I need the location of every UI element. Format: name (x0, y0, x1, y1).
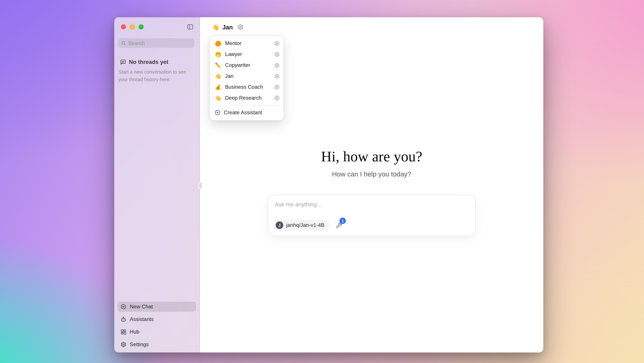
sidebar-item-label: Settings (130, 342, 149, 347)
search-input[interactable] (118, 38, 194, 48)
assistant-edit-button[interactable] (274, 41, 280, 46)
menu-item-deep-research[interactable]: 👋 Deep Research (212, 92, 282, 103)
menu-item-mentor[interactable]: 🟠 Mentor (212, 38, 282, 49)
assistant-edit-button[interactable] (274, 73, 280, 79)
jan-emoji-icon: 👋 (215, 73, 222, 79)
menu-item-label: Copywriter (225, 62, 250, 68)
sidebar-topbar (114, 17, 200, 37)
lawyer-emoji-icon: 🤭 (215, 51, 222, 58)
assistant-emoji: 👋 (212, 24, 220, 31)
assistant-edit-button[interactable] (274, 95, 280, 101)
menu-item-label: Deep Research (225, 95, 262, 101)
assistant-menu: 🟠 Mentor 🤭 Lawyer ✏️ Copywriter 👋 Jan (210, 35, 284, 121)
mentor-emoji-icon: 🟠 (215, 40, 222, 47)
model-selector[interactable]: J janhq/Jan-v1-4B (274, 220, 329, 231)
menu-item-label: Mentor (225, 40, 241, 46)
menu-item-jan[interactable]: 👋 Jan (212, 71, 282, 82)
empty-state-description: Start a new conversation to see your thr… (118, 69, 194, 84)
assistant-edit-button[interactable] (274, 52, 280, 57)
create-assistant-button[interactable]: Create Assistant (212, 107, 282, 118)
close-button[interactable] (121, 24, 126, 30)
gear-icon (274, 52, 280, 57)
search-field (118, 38, 194, 48)
tools-button[interactable]: 1 (336, 222, 342, 228)
gear-icon (274, 95, 280, 101)
composer-toolbar: J janhq/Jan-v1-4B 1 (274, 220, 342, 231)
panel-resize-handle[interactable] (197, 182, 202, 189)
sidebar-item-new-chat[interactable]: New Chat (118, 302, 196, 312)
plus-circle-icon (120, 304, 126, 310)
grip-dots-icon (198, 183, 202, 188)
welcome-title: Hi, how are you? (200, 148, 544, 166)
menu-item-lawyer[interactable]: 🤭 Lawyer (212, 49, 282, 60)
window-controls (121, 24, 144, 30)
hub-grid-icon (120, 329, 126, 335)
panel-left-icon (187, 24, 194, 30)
assistant-selector[interactable]: 👋 Jan (200, 17, 544, 37)
app-window: No threads yet Start a new conversation … (114, 17, 544, 352)
gear-icon (274, 73, 280, 79)
desktop-background: No threads yet Start a new conversation … (0, 0, 644, 363)
main-panel: 👋 Jan 🟠 Mentor 🤭 Lawyer (200, 17, 544, 352)
gear-icon (274, 62, 280, 68)
gear-icon (274, 41, 280, 46)
assistant-settings-button[interactable] (238, 24, 244, 31)
menu-item-label: Lawyer (225, 51, 242, 57)
chat-bubble-icon (120, 59, 126, 65)
assistant-name: Jan (222, 24, 233, 31)
model-name: janhq/Jan-v1-4B (286, 222, 324, 228)
plus-circle-icon (215, 110, 220, 116)
chat-input[interactable] (268, 195, 475, 208)
assistant-edit-button[interactable] (274, 62, 280, 68)
sidebar-item-assistants[interactable]: Assistants (118, 314, 196, 324)
minimize-button[interactable] (130, 24, 135, 30)
gear-icon (274, 84, 280, 90)
sidebar: No threads yet Start a new conversation … (114, 17, 200, 352)
menu-item-label: Business Coach (225, 84, 263, 90)
deep-research-emoji-icon: 👋 (215, 95, 222, 101)
search-icon (122, 41, 126, 46)
empty-state-title: No threads yet (129, 59, 168, 65)
sidebar-item-label: New Chat (130, 304, 153, 310)
menu-item-label: Jan (225, 73, 234, 79)
model-avatar: J (276, 221, 283, 229)
gear-icon (120, 342, 126, 347)
menu-separator (213, 105, 281, 106)
sidebar-toggle-button[interactable] (186, 23, 194, 31)
sidebar-bottom-nav: New Chat Assistants Hub Settings (114, 299, 200, 352)
menu-item-business-coach[interactable]: 💰 Business Coach (212, 82, 282, 92)
assistant-bot-icon (120, 316, 126, 322)
chat-composer: J janhq/Jan-v1-4B 1 (268, 195, 476, 236)
sidebar-item-label: Hub (130, 329, 140, 335)
welcome-block: Hi, how are you? How can I help you toda… (200, 148, 544, 179)
gear-icon (238, 24, 244, 31)
welcome-subtitle: How can I help you today? (200, 169, 544, 179)
threads-empty-state: No threads yet Start a new conversation … (114, 48, 200, 84)
sidebar-item-hub[interactable]: Hub (118, 327, 196, 337)
sidebar-item-settings[interactable]: Settings (118, 339, 196, 349)
tools-count-badge: 1 (340, 217, 346, 224)
sidebar-item-label: Assistants (130, 316, 154, 322)
create-assistant-label: Create Assistant (224, 110, 262, 116)
business-coach-emoji-icon: 💰 (215, 84, 222, 90)
assistant-edit-button[interactable] (274, 84, 280, 90)
menu-item-copywriter[interactable]: ✏️ Copywriter (212, 60, 282, 71)
zoom-button[interactable] (138, 24, 144, 30)
copywriter-emoji-icon: ✏️ (215, 62, 222, 68)
